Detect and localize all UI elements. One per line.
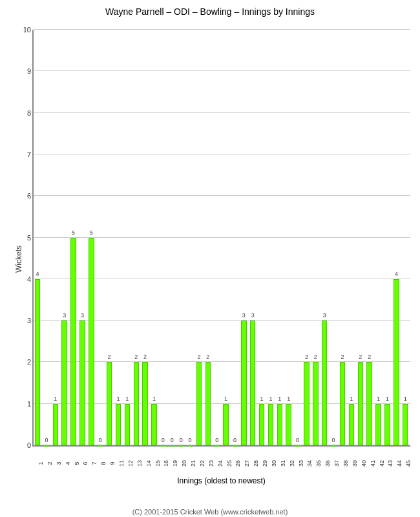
bar-value-label: 2 [359, 353, 362, 360]
x-tick-label: 45 [405, 460, 412, 467]
bar-value-label: 1 [404, 396, 407, 402]
x-tick-label: 31 [280, 460, 286, 467]
bar-value-label: 1 [152, 396, 156, 402]
x-tick-label: 13 [136, 460, 143, 467]
x-tick-label: 28 [253, 460, 259, 467]
bar-value-label: 0 [233, 437, 236, 443]
bar-value-label: 2 [368, 353, 371, 360]
x-tick-label: 26 [235, 460, 241, 467]
bar-group: 55 [70, 238, 78, 446]
bar-value-label: 0 [99, 437, 102, 443]
bar: 1 [53, 404, 58, 445]
bar: 3 [250, 321, 255, 445]
bar: 0 [44, 445, 49, 447]
x-tick-label: 23 [208, 460, 215, 467]
x-tick-label: 42 [379, 460, 385, 467]
bar-value-label: 2 [341, 353, 344, 360]
bar-group: 214 [142, 362, 149, 445]
bar: 2 [304, 362, 309, 445]
y-tick-label: 5 [27, 234, 31, 242]
x-tick-label: 19 [172, 460, 178, 467]
bar: 1 [259, 404, 264, 445]
bar: 0 [187, 445, 193, 447]
x-tick-label: 7 [91, 461, 98, 465]
bar: 2 [205, 362, 211, 445]
bar-group: 235 [311, 362, 319, 445]
bar-value-label: 0 [171, 437, 174, 443]
x-tick-label: 5 [74, 461, 80, 465]
bar: 3 [79, 321, 85, 445]
x-tick-label: 37 [333, 460, 340, 467]
bar: 0 [232, 445, 237, 447]
bar: 1 [286, 404, 291, 445]
bar-value-label: 1 [260, 396, 264, 402]
x-tick-label: 36 [324, 460, 331, 467]
bar-group: 132 [285, 404, 293, 445]
bar-value-label: 0 [180, 437, 183, 443]
bar: 0 [331, 445, 336, 447]
x-tick-label: 41 [370, 460, 376, 467]
bar-group: 111 [114, 404, 122, 445]
x-tick-label: 25 [226, 460, 233, 467]
x-tick-label: 35 [315, 460, 322, 467]
y-tick-label: 4 [27, 275, 31, 283]
bar-value-label: 1 [116, 396, 120, 402]
bar-group: 336 [320, 321, 328, 445]
x-tick-label: 16 [163, 460, 169, 467]
bar: 1 [403, 404, 408, 445]
x-tick-label: 21 [190, 460, 196, 467]
bar-group: 29 [105, 362, 113, 445]
x-tick-label: 38 [342, 460, 349, 467]
x-tick-label: 4 [65, 461, 71, 465]
bar: 5 [89, 238, 94, 446]
x-tick-label: 2 [47, 461, 53, 465]
bar-group: 222 [195, 362, 203, 445]
bar-group: 13 [52, 404, 59, 445]
bar: 1 [349, 404, 354, 445]
bar-value-label: 0 [45, 437, 48, 443]
bar-group: 129 [258, 404, 266, 445]
bar: 1 [125, 404, 130, 445]
x-tick-label: 34 [306, 460, 313, 467]
bar-group: 143 [383, 404, 391, 445]
bar: 1 [151, 404, 156, 445]
bar-value-label: 1 [377, 396, 380, 402]
y-axis-label: Wickets [14, 246, 23, 273]
bar-group: 213 [132, 362, 140, 445]
bar-group: 36 [78, 321, 86, 445]
bar-value-label: 3 [63, 312, 66, 319]
bar: 3 [61, 321, 67, 445]
bar: 3 [241, 321, 246, 445]
bar-value-label: 0 [296, 437, 299, 443]
bar-value-label: 4 [395, 271, 398, 277]
x-tick-label: 40 [361, 460, 367, 467]
x-tick-label: 3 [56, 461, 62, 465]
bar-value-label: 3 [81, 312, 84, 319]
bar: 4 [394, 279, 399, 445]
bar-value-label: 4 [36, 271, 39, 277]
bar-value-label: 2 [314, 353, 317, 360]
x-tick-label: 8 [100, 461, 107, 465]
bar-group: 34 [61, 321, 68, 445]
bar: 2 [134, 362, 139, 445]
bar-value-label: 2 [143, 353, 147, 360]
x-tick-label: 32 [289, 460, 295, 467]
y-tick-label: 3 [27, 317, 31, 324]
footer-text: (C) 2001-2015 Cricket Web (www.cricketwe… [0, 508, 420, 516]
y-tick-label: 9 [27, 67, 31, 75]
bar-group: 41 [34, 279, 41, 445]
bar-group: 112 [123, 404, 131, 445]
bar-group: 241 [366, 362, 373, 445]
y-tick-label: 6 [27, 192, 31, 200]
x-tick-label: 24 [217, 460, 224, 467]
bar: 0 [160, 445, 165, 447]
x-tick-label: 39 [352, 460, 358, 467]
bar-group: 131 [276, 404, 284, 445]
bar-value-label: 0 [215, 437, 218, 443]
x-tick-label: 43 [387, 460, 394, 467]
y-tick-label: 1 [27, 400, 31, 408]
x-tick-label: 14 [145, 460, 152, 467]
y-tick-label: 10 [23, 26, 31, 34]
bar: 0 [295, 445, 300, 447]
y-tick-label: 0 [27, 441, 31, 449]
